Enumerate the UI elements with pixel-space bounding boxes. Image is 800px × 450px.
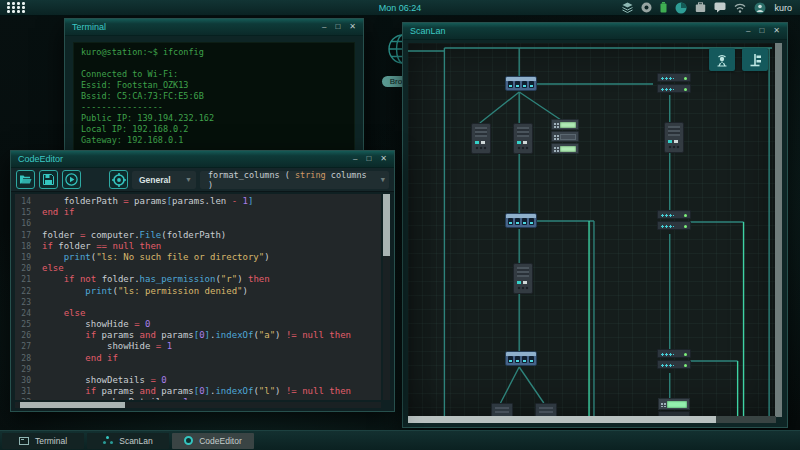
network-map-canvas: [408, 43, 776, 417]
username: kuro: [774, 3, 792, 13]
open-file-button[interactable]: [16, 170, 35, 189]
maximize-button[interactable]: □: [366, 155, 371, 163]
connection-line: [519, 367, 544, 403]
terminal-titlebar[interactable]: Terminal – □ ✕: [65, 19, 363, 36]
maximize-button[interactable]: □: [759, 27, 764, 35]
taskbar-item-terminal[interactable]: Terminal: [2, 433, 84, 449]
network-node-router[interactable]: [657, 73, 691, 95]
minimize-button[interactable]: –: [353, 155, 357, 163]
terminal-line: [81, 58, 347, 69]
minimize-button[interactable]: –: [322, 23, 326, 31]
function-signature: format_columns ( string columns ): [208, 170, 377, 190]
app-grid-icon[interactable]: [7, 2, 26, 13]
navigate-button[interactable]: [109, 170, 128, 189]
gear-icon[interactable]: [641, 2, 652, 13]
codeeditor-toolbar: General ▼ format_columns ( string column…: [11, 168, 394, 192]
line-number: 27: [15, 341, 42, 352]
line-number: 15: [15, 207, 42, 218]
network-node-router[interactable]: [657, 210, 691, 232]
connection-line: [500, 367, 519, 403]
save-button[interactable]: [39, 170, 58, 189]
scrollbar-thumb[interactable]: [20, 402, 125, 408]
code-line: 31 if params and params[0].indexOf("l") …: [15, 386, 381, 397]
network-node-pc[interactable]: [513, 123, 533, 154]
category-dropdown[interactable]: General ▼: [132, 171, 196, 189]
function-dropdown[interactable]: format_columns ( string columns ) ▼: [200, 171, 389, 189]
line-number: 16: [15, 218, 42, 229]
code-area[interactable]: 14 folderPath = params[params.len - 1]15…: [15, 194, 381, 400]
code-line: 28 end if: [15, 353, 381, 364]
scanlan-title: ScanLan: [410, 26, 446, 36]
line-number: 26: [15, 330, 42, 341]
line-number: 28: [15, 353, 42, 364]
chat-icon[interactable]: [714, 2, 726, 13]
line-number: 19: [15, 252, 42, 263]
network-node-pc[interactable]: [664, 122, 684, 153]
wifi-icon[interactable]: [734, 3, 746, 13]
code-line: 25 showHide = 0: [15, 319, 381, 330]
code-line: 21 if not folder.has_permission("r") the…: [15, 274, 381, 285]
line-number: 32: [15, 397, 42, 400]
category-value: General: [139, 175, 171, 185]
network-map[interactable]: [408, 43, 776, 417]
network-node-rack[interactable]: [551, 119, 579, 155]
network-node-box[interactable]: [491, 403, 513, 417]
network-node-switch[interactable]: [505, 76, 537, 91]
scanlan-horizontal-scrollbar[interactable]: [408, 416, 776, 423]
briefcase-icon[interactable]: [695, 2, 706, 13]
line-number: 30: [15, 375, 42, 386]
code-line: 30 showDetails = 0: [15, 375, 381, 386]
terminal-title: Terminal: [72, 22, 106, 32]
scrollbar-thumb[interactable]: [383, 194, 390, 256]
network-node-router[interactable]: [657, 349, 691, 371]
code-line: 16: [15, 218, 381, 229]
scrollbar-thumb[interactable]: [408, 416, 716, 423]
network-node-box[interactable]: [535, 403, 557, 417]
close-button[interactable]: ✕: [380, 155, 387, 163]
folder-open-icon: [19, 174, 32, 185]
codeeditor-horizontal-scrollbar[interactable]: [15, 402, 381, 408]
connection-line: [519, 92, 562, 121]
close-button[interactable]: ✕: [349, 23, 356, 31]
network-node-switch[interactable]: [505, 351, 537, 366]
map-toolbar: [709, 48, 768, 71]
code-line: 27 showHide = 1: [15, 341, 381, 352]
chevron-down-icon: ▼: [181, 176, 196, 183]
code-line: 14 folderPath = params[params.len - 1]: [15, 196, 381, 207]
network-node-pc[interactable]: [471, 123, 491, 154]
disk-usage-pie-icon[interactable]: [675, 2, 687, 14]
terminal-line: Bssid: C5:CA:73:FC:E5:6B: [81, 91, 347, 102]
taskbar-item-codeeditor[interactable]: CodeEditor: [172, 433, 254, 449]
taskbar: TerminalScanLanCodeEditor: [0, 430, 800, 450]
close-button[interactable]: ✕: [773, 27, 780, 35]
scanlan-vertical-scrollbar[interactable]: [775, 43, 782, 417]
codeeditor-window: CodeEditor – □ ✕ General ▼: [10, 150, 395, 412]
network-node-switch[interactable]: [505, 213, 537, 228]
minimize-button[interactable]: –: [746, 27, 750, 35]
taskbar-item-scanlan[interactable]: ScanLan: [87, 433, 169, 449]
scan-device-button[interactable]: [709, 48, 735, 71]
code-line: 32 showDetails = 1: [15, 397, 381, 400]
code-line: 26 if params and params[0].indexOf("a") …: [15, 330, 381, 341]
codeeditor-vertical-scrollbar[interactable]: [383, 194, 390, 400]
top-bar: Mon 06:24 kuro: [0, 0, 800, 16]
scanlan-titlebar[interactable]: ScanLan – □ ✕: [403, 23, 787, 40]
code-line: 17folder = computer.File(folderPath): [15, 230, 381, 241]
run-icon: [65, 173, 78, 186]
terminal-line: Connected to Wi-Fi:: [81, 69, 347, 80]
terminal-line: ----------------: [81, 102, 347, 113]
maximize-button[interactable]: □: [335, 23, 340, 31]
tree-view-button[interactable]: [742, 48, 768, 71]
codeeditor-titlebar[interactable]: CodeEditor – □ ✕: [11, 151, 394, 168]
network-node-pc[interactable]: [513, 263, 533, 294]
terminal-line: Local IP: 192.168.0.2: [81, 124, 347, 135]
run-button[interactable]: [62, 170, 81, 189]
layers-icon[interactable]: [622, 2, 633, 13]
clock: Mon 06:24: [379, 3, 422, 13]
scanlan-window: ScanLan – □ ✕: [402, 22, 788, 428]
network-node-server-green[interactable]: [658, 398, 690, 417]
line-number: 22: [15, 286, 42, 297]
line-number: 31: [15, 386, 42, 397]
battery-icon[interactable]: [660, 2, 667, 13]
user-avatar-icon[interactable]: [754, 2, 766, 14]
